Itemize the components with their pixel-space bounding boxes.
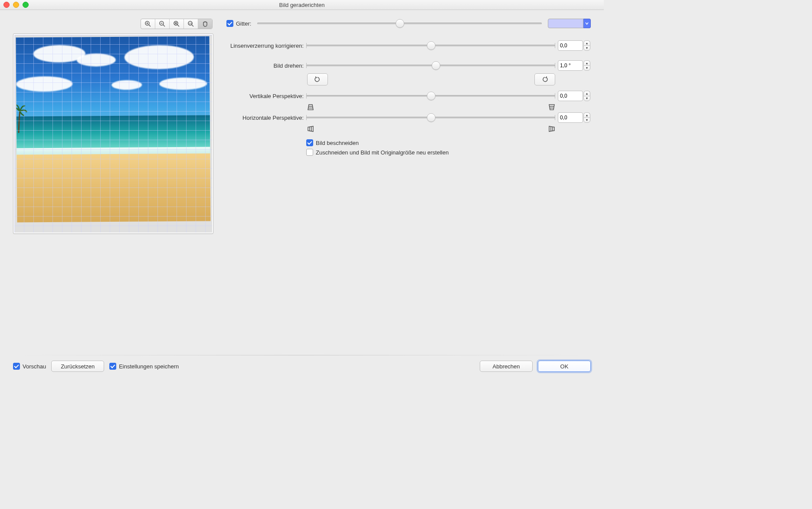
titlebar: Bild geraderichten xyxy=(0,0,604,10)
rotate-cw-icon xyxy=(541,76,548,83)
stepper-up-icon[interactable]: ▴ xyxy=(583,91,590,96)
grid-density-slider[interactable] xyxy=(257,20,542,27)
rotate-label: Bild drehen: xyxy=(222,62,306,69)
rotate-slider[interactable] xyxy=(306,62,555,69)
grid-checkbox-label: Gitter: xyxy=(236,20,251,27)
preview-image xyxy=(14,35,212,233)
ok-button[interactable]: OK xyxy=(538,361,591,372)
checkbox-icon xyxy=(13,363,20,370)
hand-icon xyxy=(202,20,209,27)
left-column: 100 xyxy=(13,19,213,234)
checkbox-icon xyxy=(109,363,116,370)
stepper-up-icon[interactable]: ▴ xyxy=(583,112,590,118)
svg-line-1 xyxy=(149,25,151,26)
zoom-in-icon xyxy=(144,20,151,27)
cancel-button[interactable]: Abbrechen xyxy=(480,361,533,372)
zoom-fit-icon xyxy=(173,20,180,27)
cancel-button-label: Abbrechen xyxy=(493,363,520,370)
resize-checkbox[interactable]: Zuschneiden und Bild mit Originalgröße n… xyxy=(306,149,449,156)
zoom-out-button[interactable] xyxy=(155,19,170,29)
stepper-up-icon[interactable]: ▴ xyxy=(583,60,590,66)
zoom-fit-button[interactable] xyxy=(170,19,184,29)
lens-correction-slider[interactable] xyxy=(306,42,555,49)
zoom-100-button[interactable]: 100 xyxy=(184,19,198,29)
horizontal-perspective-label: Horizontale Perspektive: xyxy=(222,115,306,121)
save-settings-checkbox[interactable]: Einstellungen speichern xyxy=(109,363,179,370)
separator xyxy=(13,355,591,355)
zoom-in-button[interactable] xyxy=(141,19,155,29)
footer: Vorschau Zurücksetzen Einstellungen spei… xyxy=(0,350,604,379)
svg-marker-24 xyxy=(549,126,554,131)
save-settings-checkbox-label: Einstellungen speichern xyxy=(119,363,179,370)
zoom-out-icon xyxy=(159,20,166,27)
rotate-ccw-button[interactable] xyxy=(307,73,328,85)
hand-tool-button[interactable] xyxy=(198,19,212,29)
stepper-down-icon[interactable]: ▾ xyxy=(583,66,590,71)
zoom-100-icon: 100 xyxy=(187,20,194,27)
checkbox-icon xyxy=(226,20,233,27)
svg-text:100: 100 xyxy=(189,22,193,25)
svg-marker-18 xyxy=(549,105,554,110)
stepper-up-icon[interactable]: ▴ xyxy=(583,40,590,46)
dropdown-arrow-icon xyxy=(583,19,591,28)
resize-checkbox-label: Zuschneiden und Bild mit Originalgröße n… xyxy=(316,149,449,156)
svg-marker-15 xyxy=(308,105,313,110)
crop-checkbox-label: Bild beschneiden xyxy=(316,140,359,146)
checkbox-icon xyxy=(306,139,313,146)
vertical-perspective-label: Vertikale Perspektive: xyxy=(222,93,306,99)
vertical-perspective-input[interactable]: ▴▾ xyxy=(558,91,583,101)
svg-line-5 xyxy=(163,25,165,26)
checkbox-icon xyxy=(306,149,313,156)
crop-checkbox[interactable]: Bild beschneiden xyxy=(306,139,359,146)
perspective-right-narrow-icon xyxy=(548,125,555,132)
vertical-perspective-slider[interactable] xyxy=(306,92,555,99)
horizontal-perspective-input[interactable]: ▴▾ xyxy=(558,112,583,123)
controls-panel: Gitter: Linsenverzerrung korrigieren: xyxy=(222,19,591,234)
rotate-ccw-icon xyxy=(314,76,321,83)
reset-button-label: Zurücksetzen xyxy=(61,363,95,370)
stepper-down-icon[interactable]: ▾ xyxy=(583,46,590,51)
preview-checkbox[interactable]: Vorschau xyxy=(13,363,46,370)
lens-correction-value[interactable] xyxy=(558,43,578,49)
reset-button[interactable]: Zurücksetzen xyxy=(51,361,104,372)
stepper-down-icon[interactable]: ▾ xyxy=(583,118,590,123)
grid-color-picker[interactable] xyxy=(548,19,591,28)
window-title: Bild geraderichten xyxy=(0,2,604,8)
rotate-cw-button[interactable] xyxy=(534,73,555,85)
grid-checkbox[interactable]: Gitter: xyxy=(226,20,251,27)
perspective-bottom-narrow-icon xyxy=(548,104,555,111)
preview-checkbox-label: Vorschau xyxy=(23,363,46,370)
stepper-down-icon[interactable]: ▾ xyxy=(583,96,590,102)
lens-correction-input[interactable]: ▴▾ xyxy=(558,40,583,51)
svg-line-8 xyxy=(177,25,179,26)
rotate-input[interactable]: ▴▾ xyxy=(558,60,583,71)
preview-frame[interactable] xyxy=(13,33,213,234)
perspective-top-narrow-icon xyxy=(307,104,314,111)
horizontal-perspective-slider[interactable] xyxy=(306,114,555,121)
rotate-value[interactable] xyxy=(558,62,578,69)
zoom-tool-segment: 100 xyxy=(141,19,213,29)
vertical-perspective-value[interactable] xyxy=(558,93,578,99)
ok-button-label: OK xyxy=(560,363,569,370)
svg-marker-21 xyxy=(308,126,313,131)
horizontal-perspective-value[interactable] xyxy=(558,115,578,121)
svg-line-12 xyxy=(192,25,193,26)
perspective-left-narrow-icon xyxy=(307,125,314,132)
palm-icon xyxy=(16,102,29,133)
color-swatch xyxy=(548,19,583,28)
lens-correction-label: Linsenverzerrung korrigieren: xyxy=(222,43,306,49)
